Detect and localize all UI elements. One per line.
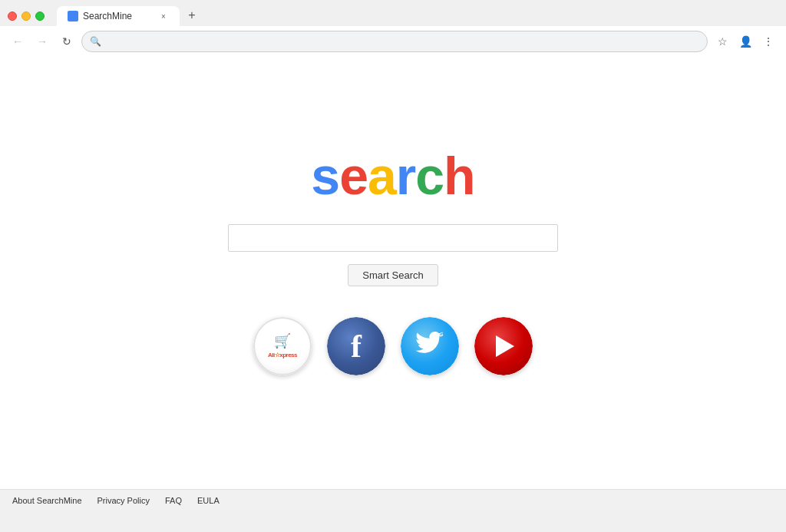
search-logo: search [311, 146, 474, 206]
tab-bar: SearchMine × + [57, 6, 778, 26]
footer-link-eula[interactable]: EULA [197, 496, 220, 505]
aliexpress-cart-icon: 🛒 [274, 333, 291, 350]
nav-bar: ← → ↻ 🔍 ☆ 👤 ⋮ [0, 26, 786, 57]
menu-button[interactable]: ⋮ [758, 31, 778, 51]
youtube-play-icon [496, 335, 514, 357]
logo-letter-h: h [444, 147, 475, 205]
facebook-logo: f [327, 317, 385, 375]
youtube-logo [474, 317, 533, 375]
new-tab-button[interactable]: + [183, 6, 201, 25]
smart-search-button[interactable]: Smart Search [348, 264, 438, 286]
aliexpress-text: Ali☆xpress [268, 352, 297, 359]
aliexpress-icon[interactable]: 🛒 Ali☆xpress [253, 317, 312, 375]
back-button[interactable]: ← [8, 31, 28, 51]
twitter-logo [401, 317, 459, 375]
logo-letter-r: r [396, 147, 415, 205]
address-search-icon: 🔍 [90, 36, 101, 47]
search-input[interactable] [228, 224, 558, 252]
title-bar: SearchMine × + [0, 0, 786, 26]
twitter-icon[interactable] [401, 317, 459, 375]
minimize-button[interactable] [21, 12, 31, 21]
youtube-icon[interactable] [474, 317, 533, 375]
nav-actions: ☆ 👤 ⋮ [712, 31, 778, 51]
active-tab[interactable]: SearchMine × [57, 6, 180, 26]
address-input[interactable] [104, 36, 699, 48]
social-icons: 🛒 Ali☆xpress f [253, 317, 533, 375]
tab-title: SearchMine [83, 11, 154, 21]
logo-letter-s: s [311, 147, 339, 205]
page-content: search Smart Search 🛒 Ali☆xpress f [0, 57, 786, 511]
tab-close-button[interactable]: × [158, 11, 169, 21]
twitter-bird-svg [415, 332, 444, 361]
search-input-container [228, 224, 558, 252]
footer-link-faq[interactable]: FAQ [165, 496, 182, 505]
footer-link-about[interactable]: About SearchMine [12, 496, 82, 505]
logo-letter-c: c [415, 147, 444, 205]
profile-button[interactable]: 👤 [735, 31, 755, 51]
browser-chrome: SearchMine × + ← → ↻ 🔍 ☆ 👤 ⋮ [0, 0, 786, 57]
logo-letter-e: e [339, 147, 368, 205]
aliexpress-logo: 🛒 Ali☆xpress [253, 317, 312, 375]
refresh-button[interactable]: ↻ [57, 31, 77, 51]
maximize-button[interactable] [35, 12, 45, 21]
logo-letter-a: a [368, 147, 396, 205]
forward-button[interactable]: → [32, 31, 52, 51]
tab-favicon [68, 11, 78, 21]
footer: About SearchMine Privacy Policy FAQ EULA [0, 489, 786, 511]
bookmark-button[interactable]: ☆ [712, 31, 732, 51]
footer-link-privacy[interactable]: Privacy Policy [97, 496, 150, 505]
facebook-icon[interactable]: f [327, 317, 385, 375]
address-bar[interactable]: 🔍 [81, 31, 708, 52]
traffic-lights [8, 12, 45, 21]
close-button[interactable] [8, 12, 17, 21]
